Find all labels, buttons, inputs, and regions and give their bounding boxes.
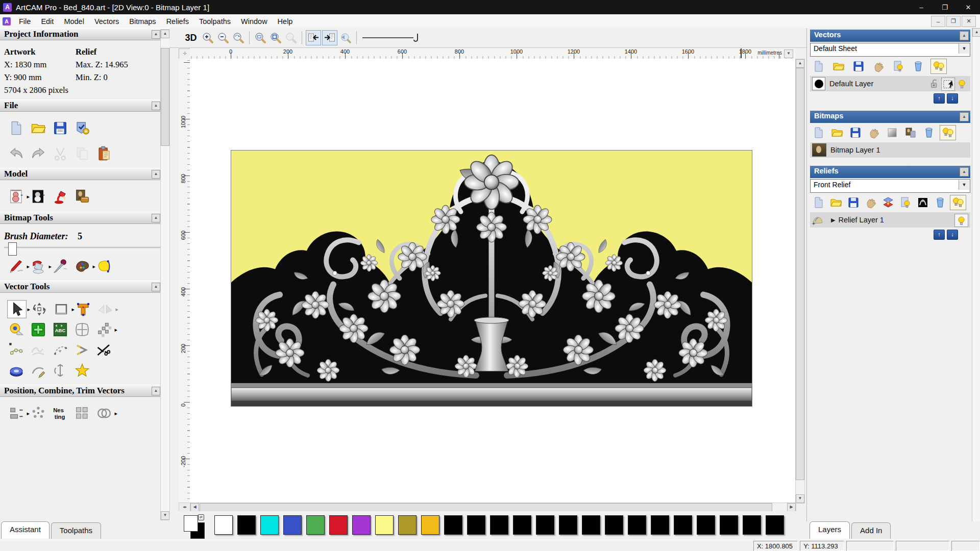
greyscale-model-icon[interactable] (29, 188, 47, 205)
link-colours-icon[interactable]: ⇄ (198, 514, 204, 520)
palette-swatch[interactable] (766, 515, 784, 535)
toggle-layer-visibility-icon[interactable] (891, 59, 906, 73)
menu-item[interactable]: Edit (36, 15, 59, 28)
toggle-relief-visibility-icon[interactable] (898, 195, 913, 210)
node-editing-icon[interactable] (7, 341, 26, 359)
palette-swatch[interactable] (352, 515, 371, 535)
transform-vectors-icon[interactable] (30, 300, 48, 318)
create-text-icon[interactable] (74, 300, 92, 318)
collapse-button[interactable]: ▲ (960, 167, 969, 177)
paste-array-icon[interactable] (95, 321, 113, 338)
new-model-icon[interactable] (7, 119, 26, 137)
fillet-curve-icon[interactable] (29, 362, 47, 379)
mirror-vectors-icon[interactable] (96, 300, 114, 318)
slider-thumb[interactable] (8, 242, 17, 256)
palette-swatch[interactable] (559, 515, 577, 535)
collapse-button[interactable]: ▲ (152, 283, 160, 291)
layer-visibility-icon[interactable] (955, 78, 968, 90)
relief-select[interactable]: Front Relief ▼ (810, 179, 970, 193)
tab-assistant[interactable]: Assistant (1, 521, 50, 539)
toggle-all-reliefs-icon[interactable] (950, 195, 966, 210)
merge-bitmap-layers-icon[interactable] (866, 126, 881, 140)
undo-icon[interactable] (7, 145, 26, 162)
palette-swatch[interactable] (329, 515, 348, 535)
measure-icon[interactable] (7, 321, 26, 338)
open-relief-layer-icon[interactable] (828, 195, 844, 210)
edit-colours-icon[interactable] (73, 258, 91, 275)
scroll-up-icon[interactable]: ▲ (161, 30, 169, 38)
2d-view-canvas[interactable] (190, 59, 795, 503)
mdi-close-button[interactable]: ✕ (962, 16, 976, 27)
open-vector-layer-icon[interactable] (831, 59, 846, 73)
flood-fill-icon[interactable] (29, 258, 47, 275)
save-vector-layer-icon[interactable] (851, 59, 866, 73)
palette-swatch[interactable] (651, 515, 669, 535)
trim-vectors-icon[interactable] (95, 341, 113, 359)
ruler-origin-icon[interactable]: ✛ (179, 48, 191, 60)
nesting-icon[interactable]: Nesting (51, 405, 69, 422)
delete-vector-layer-icon[interactable] (911, 59, 926, 73)
copy-icon[interactable] (73, 145, 91, 162)
brush-diameter-slider[interactable] (4, 247, 163, 250)
move-layer-down-icon[interactable]: ↓ (947, 93, 958, 104)
palette-swatch[interactable] (237, 515, 256, 535)
palette-swatch[interactable] (375, 515, 394, 535)
palette-swatch[interactable] (605, 515, 623, 535)
collapse-button[interactable]: ▲ (960, 31, 969, 40)
relief-layer-row[interactable]: + ▶ Relief Layer 1 (810, 212, 970, 228)
greyscale-relief-icon[interactable] (915, 195, 930, 210)
preview-relief-icon[interactable] (338, 31, 353, 45)
palette-swatch[interactable] (421, 515, 439, 535)
block-copy-icon[interactable] (73, 405, 91, 422)
save-model-icon[interactable] (51, 119, 69, 137)
zoom-in-icon[interactable] (201, 31, 215, 45)
toggle-bitmap-contrast-icon[interactable] (306, 30, 321, 45)
toggle-all-bitmaps-icon[interactable] (940, 125, 956, 140)
sheet-select[interactable]: Default Sheet ▼ (810, 43, 970, 57)
copy-bitmap-layer-icon[interactable] (903, 126, 918, 140)
scroll-thumb[interactable] (161, 48, 169, 146)
cut-icon[interactable] (51, 145, 69, 162)
vector-layer-row[interactable]: Default Layer (810, 76, 970, 91)
palette-swatch[interactable] (628, 515, 646, 535)
mdi-minimize-button[interactable]: – (931, 16, 945, 27)
palette-swatch[interactable] (260, 515, 279, 535)
new-vector-layer-icon[interactable] (811, 59, 826, 73)
scroll-right-icon[interactable]: ▶ (787, 503, 796, 512)
merge-relief-layers-icon[interactable] (863, 195, 878, 210)
set-model-size-icon[interactable] (7, 188, 26, 205)
greyscale-layer-icon[interactable] (885, 126, 900, 140)
scroll-up-icon[interactable]: ▲ (972, 28, 980, 37)
lock-layer-icon[interactable] (928, 78, 941, 90)
maximize-button[interactable]: ❐ (933, 0, 957, 14)
mdi-restore-button[interactable]: ❐ (946, 16, 961, 27)
create-rectangle-icon[interactable] (52, 300, 70, 318)
primary-colour-swatch[interactable] (184, 515, 198, 532)
palette-swatch[interactable] (513, 515, 531, 535)
lighting-icon[interactable] (51, 188, 69, 205)
menu-item[interactable]: Vectors (89, 15, 124, 28)
palette-swatch[interactable] (283, 515, 302, 535)
collapse-button[interactable]: ▲ (152, 387, 160, 395)
shape-editor-icon[interactable] (7, 362, 26, 379)
open-model-icon[interactable] (29, 119, 47, 137)
menu-item[interactable]: File (14, 15, 36, 28)
palette-swatch[interactable] (674, 515, 692, 535)
move-layer-down-icon[interactable]: ↓ (947, 230, 958, 240)
save-bitmap-layer-icon[interactable] (848, 126, 863, 140)
collapse-button[interactable]: ▲ (152, 30, 160, 39)
primary-secondary-colours[interactable]: ⇄ (184, 515, 206, 538)
save-relief-layer-icon[interactable] (846, 195, 861, 210)
open-bitmap-layer-icon[interactable] (829, 126, 845, 140)
weld-vectors-icon[interactable] (95, 405, 113, 422)
toggle-all-layers-icon[interactable] (930, 59, 947, 74)
layer-colour-swatch[interactable] (812, 77, 825, 90)
move-layer-up-icon[interactable]: ↑ (934, 230, 945, 240)
delete-relief-layer-icon[interactable] (933, 195, 948, 210)
zoom-objects-icon[interactable] (284, 31, 298, 45)
delete-bitmap-layer-icon[interactable] (921, 126, 937, 140)
circular-copy-icon[interactable] (29, 405, 47, 422)
palette-swatch[interactable] (536, 515, 554, 535)
create-arc-icon[interactable] (51, 341, 69, 359)
scroll-thumb[interactable] (796, 68, 804, 480)
